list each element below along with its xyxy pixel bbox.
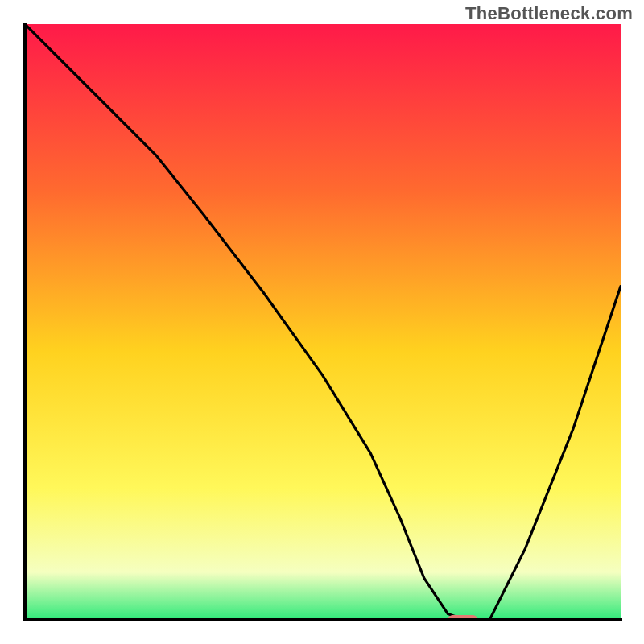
watermark-text: TheBottleneck.com [465, 3, 633, 24]
bottleneck-plot [0, 0, 644, 644]
chart-stage: TheBottleneck.com [0, 0, 644, 644]
